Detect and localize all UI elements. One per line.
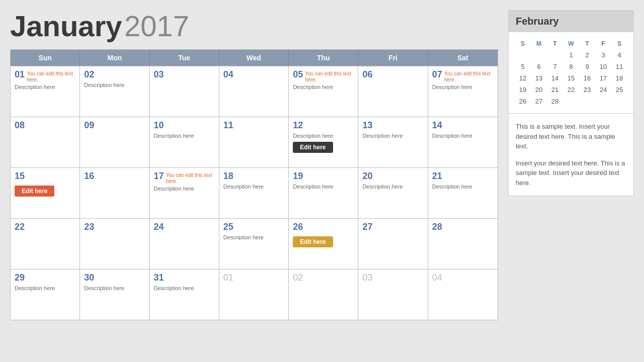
- mini-cal-day[interactable]: 14: [547, 72, 563, 84]
- edit-button[interactable]: Edit here: [15, 186, 54, 197]
- mini-cal-day[interactable]: 25: [611, 84, 627, 96]
- day-cell: 18Description here: [219, 168, 289, 218]
- mini-cal-day[interactable]: 18: [611, 72, 627, 84]
- mini-cal-body: SMTWTFS 12345678910111213141516171819202…: [509, 32, 633, 113]
- day-cell: 02Description here: [80, 66, 149, 117]
- mini-cal-day[interactable]: 23: [579, 84, 595, 96]
- mini-cal-day[interactable]: 28: [547, 96, 563, 107]
- day-cell: 13Description here: [358, 117, 428, 167]
- day-number: 21: [432, 171, 442, 182]
- day-number: 10: [154, 120, 164, 131]
- description-text: Description here: [293, 84, 354, 90]
- edit-button[interactable]: Edit here: [293, 236, 333, 247]
- day-header-tue: Tue: [150, 50, 219, 66]
- sidebar-text-2: Insert your desired text here. This is a…: [516, 158, 626, 188]
- mini-cal-header-cell: T: [547, 38, 563, 49]
- day-cell: 31Description here: [150, 269, 219, 320]
- calendar-grid: SunMonTueWedThuFriSat 01You can edit thi…: [10, 49, 498, 320]
- day-cell: 15Edit here: [11, 168, 80, 218]
- day-cell: 11: [219, 117, 289, 167]
- mini-cal-day[interactable]: 26: [515, 96, 531, 107]
- day-cell: 01: [219, 269, 289, 320]
- week-row: 29Description here30Description here31De…: [11, 269, 498, 320]
- mini-cal-day[interactable]: 24: [595, 84, 611, 96]
- day-header-sat: Sat: [428, 50, 498, 66]
- mini-cal-title: February: [509, 11, 633, 32]
- day-headers: SunMonTueWedThuFriSat: [11, 50, 498, 66]
- mini-cal-day[interactable]: 6: [531, 61, 547, 72]
- mini-cal-day[interactable]: 2: [579, 49, 595, 61]
- mini-cal-day[interactable]: 17: [595, 72, 611, 84]
- can-edit-label: You can edit this text here.: [166, 172, 215, 185]
- mini-cal-day[interactable]: 9: [579, 61, 595, 72]
- edit-button[interactable]: Edit here: [293, 142, 333, 153]
- week-row: 080910Description here1112Description he…: [11, 117, 498, 167]
- day-number: 04: [432, 273, 442, 283]
- day-number: 31: [154, 273, 164, 283]
- month-name: January: [10, 10, 122, 42]
- day-header-fri: Fri: [358, 50, 428, 66]
- can-edit-label: You can edit this text here.: [305, 71, 354, 83]
- day-cell: 22: [11, 219, 80, 269]
- day-number: 20: [362, 171, 372, 182]
- description-text: Description here: [432, 133, 494, 139]
- mini-cal-day[interactable]: 10: [595, 61, 611, 72]
- day-cell: 06: [358, 66, 428, 117]
- mini-cal-day[interactable]: [531, 49, 547, 61]
- day-number: 16: [84, 171, 94, 182]
- day-number: 15: [15, 171, 25, 182]
- week-row: 01You can edit this text here.Descriptio…: [11, 66, 498, 117]
- mini-cal-day[interactable]: 7: [547, 61, 563, 72]
- mini-cal-day[interactable]: 3: [595, 49, 611, 61]
- mini-cal-day[interactable]: 11: [611, 61, 627, 72]
- mini-cal-grid: SMTWTFS 12345678910111213141516171819202…: [515, 38, 627, 107]
- day-number: 12: [293, 120, 303, 131]
- description-text: Description here: [432, 184, 494, 190]
- day-cell: 09: [80, 117, 149, 167]
- day-cell: 16: [80, 168, 149, 218]
- day-cell: 26Edit here: [289, 219, 358, 269]
- mini-cal-day[interactable]: 12: [515, 72, 531, 84]
- day-cell: 01You can edit this text here.Descriptio…: [11, 66, 80, 117]
- mini-cal-day[interactable]: 13: [531, 72, 547, 84]
- day-cell: 04: [428, 269, 498, 320]
- mini-cal-day[interactable]: 19: [515, 84, 531, 96]
- mini-cal-day[interactable]: [579, 96, 595, 107]
- mini-cal-header-cell: S: [515, 38, 531, 49]
- mini-cal-day[interactable]: 20: [531, 84, 547, 96]
- mini-cal-day[interactable]: 16: [579, 72, 595, 84]
- day-cell: 03: [150, 66, 219, 117]
- day-number: 27: [362, 222, 372, 232]
- mini-cal-day[interactable]: 15: [563, 72, 579, 84]
- day-number: 22: [15, 222, 25, 232]
- mini-cal-day[interactable]: 5: [515, 61, 531, 72]
- month-title: January 2017: [10, 10, 498, 42]
- mini-cal-header-cell: T: [579, 38, 595, 49]
- day-number: 30: [84, 273, 94, 283]
- mini-cal-day[interactable]: 1: [563, 49, 579, 61]
- mini-cal-day[interactable]: [515, 49, 531, 61]
- day-number: 26: [293, 222, 303, 232]
- day-number: 02: [293, 273, 303, 283]
- mini-cal-day[interactable]: [611, 96, 627, 107]
- day-cell: 24: [150, 219, 219, 269]
- mini-cal-day[interactable]: 8: [563, 61, 579, 72]
- day-number: 25: [223, 222, 233, 232]
- day-cell: 04: [219, 66, 289, 117]
- mini-cal-day[interactable]: [563, 96, 579, 107]
- mini-cal-day[interactable]: 4: [611, 49, 627, 61]
- description-text: Description here: [84, 82, 145, 88]
- day-number: 11: [223, 120, 233, 131]
- day-cell: 25Description here: [219, 219, 289, 269]
- mini-cal-day[interactable]: [595, 96, 611, 107]
- day-number: 29: [15, 273, 25, 283]
- description-text: Description here: [432, 84, 494, 90]
- mini-calendar: February SMTWTFS 12345678910111213141516…: [508, 10, 634, 114]
- day-number: 08: [15, 120, 25, 131]
- mini-cal-day[interactable]: [547, 49, 563, 61]
- mini-cal-day[interactable]: 27: [531, 96, 547, 107]
- main-calendar: January 2017 SunMonTueWedThuFriSat 01You…: [10, 10, 498, 352]
- mini-cal-day[interactable]: 22: [563, 84, 579, 96]
- mini-cal-day[interactable]: 21: [547, 84, 563, 96]
- description-text: Description here: [15, 285, 75, 291]
